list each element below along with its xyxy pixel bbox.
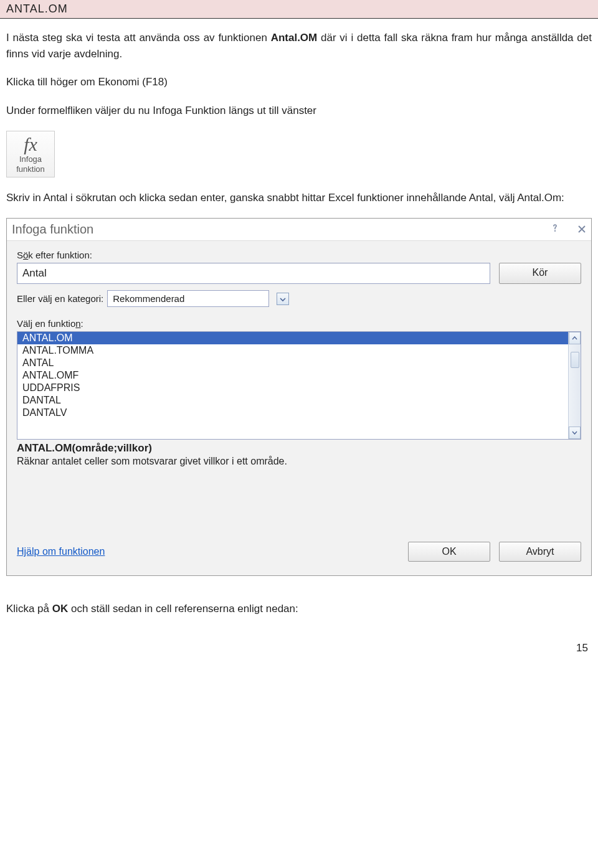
scroll-thumb[interactable] — [571, 352, 579, 368]
category-label: Eller välj en kategori: — [17, 293, 103, 304]
category-dropdown-button[interactable] — [277, 293, 289, 305]
scrollbar[interactable] — [568, 332, 581, 439]
select-function-label: Välj en funktion: — [17, 318, 581, 329]
run-button-label: Kör — [533, 267, 548, 278]
chevron-down-icon — [280, 293, 286, 304]
list-item[interactable]: DANTALV — [17, 407, 568, 419]
cat-label-post: ategori: — [72, 293, 103, 304]
page-number: 15 — [0, 630, 598, 667]
section-heading-text: ANTAL.OM — [6, 2, 68, 15]
category-select[interactable]: Rekommenderad — [107, 290, 269, 307]
scroll-down-button[interactable] — [569, 427, 581, 439]
fx-icon: fx — [24, 135, 37, 154]
list-item[interactable]: ANTAL.OM — [17, 332, 568, 344]
list-item[interactable]: DANTAL — [17, 394, 568, 407]
category-value: Rekommenderad — [113, 293, 184, 304]
select-func-post: : — [81, 318, 83, 329]
chevron-up-icon — [572, 336, 577, 340]
function-description: Räknar antalet celler som motsvarar give… — [17, 456, 581, 467]
p1-text-a: I nästa steg ska vi testa att använda os… — [6, 32, 271, 44]
section-heading-bar: ANTAL.OM — [0, 0, 598, 19]
paragraph-4: Skriv in Antal i sökrutan och klicka sed… — [6, 190, 592, 206]
list-item[interactable]: ANTAL — [17, 357, 568, 369]
list-item[interactable]: ANTAL.TOMMA — [17, 344, 568, 357]
function-listbox[interactable]: ANTAL.OM ANTAL.TOMMA ANTAL ANTAL.OMF UDD… — [17, 331, 581, 440]
select-func-ul: n — [75, 318, 80, 329]
p5-text-c: och ställ sedan in cell referenserna enl… — [68, 603, 298, 615]
p5-text-a: Klicka på — [6, 603, 52, 615]
p5-bold: OK — [52, 603, 69, 615]
function-syntax: ANTAL.OM(område;villkor) — [17, 442, 581, 455]
scroll-up-button[interactable] — [569, 332, 581, 344]
cat-label-pre: Eller välj en — [17, 293, 68, 304]
paragraph-5: Klicka på OK och ställ sedan in cell ref… — [6, 601, 592, 617]
fx-label-line1: Infoga — [19, 155, 42, 164]
insert-function-ribbon-button[interactable]: fx Infoga funktion — [6, 131, 55, 177]
close-icon[interactable] — [577, 222, 586, 237]
search-label-post: k efter funktion: — [28, 250, 92, 260]
p1-bold: Antal.OM — [271, 32, 318, 44]
dialog-title-bar: Infoga funktion — [7, 219, 591, 241]
help-link[interactable]: Hjälp om funktionen — [17, 546, 105, 557]
cancel-button-label: Avbryt — [526, 546, 554, 557]
paragraph-1: I nästa steg ska vi testa att använda os… — [6, 30, 592, 62]
search-input[interactable]: Antal — [17, 263, 490, 284]
run-button[interactable]: Kör — [499, 263, 581, 284]
paragraph-3: Under formelfliken väljer du nu Infoga F… — [6, 103, 592, 119]
paragraph-2: Klicka till höger om Ekonomi (F18) — [6, 74, 592, 90]
search-label-pre: S — [17, 250, 23, 260]
fx-label-line2: funktion — [16, 165, 45, 174]
help-icon[interactable] — [550, 222, 560, 237]
ok-button-label: OK — [442, 546, 456, 557]
select-func-pre: Välj en funktio — [17, 318, 75, 329]
list-item[interactable]: ANTAL.OMF — [17, 369, 568, 382]
ok-button[interactable]: OK — [408, 542, 490, 562]
insert-function-dialog: Infoga funktion Sök efter funktion: Anta… — [6, 218, 592, 576]
search-input-value: Antal — [22, 267, 47, 279]
search-label: Sök efter funktion: — [17, 250, 581, 260]
cancel-button[interactable]: Avbryt — [499, 542, 581, 562]
list-item[interactable]: UDDAFPRIS — [17, 382, 568, 394]
dialog-title-text: Infoga funktion — [12, 222, 93, 237]
chevron-down-icon — [572, 431, 577, 435]
